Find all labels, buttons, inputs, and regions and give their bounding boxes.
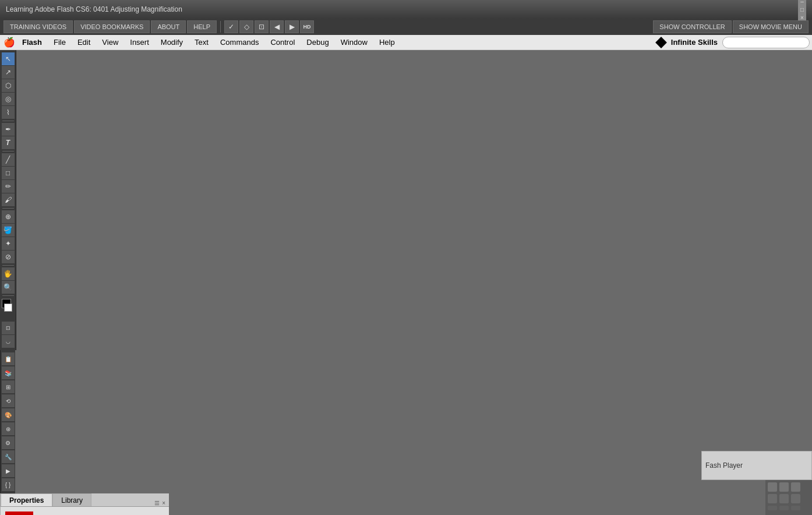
tool-separator-1	[2, 121, 14, 121]
hand-tool[interactable]: 🖐	[2, 267, 15, 280]
panel-close-icon[interactable]: ×	[162, 500, 165, 506]
video-bookmarks-button[interactable]: VIDEO BOOKMARKS	[74, 20, 150, 33]
help-button[interactable]: HELP	[187, 20, 217, 33]
selection-tool[interactable]: ↖	[2, 52, 15, 65]
training-videos-button[interactable]: TRAINING VIDEOS	[3, 20, 73, 33]
nav-separator	[220, 21, 221, 33]
menu-right: Infinite Skills	[657, 37, 810, 48]
pen-tool[interactable]: ✒	[2, 123, 15, 136]
right-panel: Properties Library ☰ × Fl Document Wheel…	[0, 493, 169, 515]
hd-icon[interactable]: HD	[300, 20, 314, 33]
tool-separator-5	[2, 295, 14, 296]
transform-icon-btn[interactable]: ⟲	[2, 394, 15, 407]
diamond-logo-icon	[655, 37, 667, 48]
app-area: ↖ ↗ ⬡ ◎ ⌇ ✒ T ╱ □ ✏ 🖌 ⊕ 🪣 ✦ ⊘ 🖐 🔍 ⊡ ◡	[0, 50, 812, 515]
doc-info: Fl Document Wheels.fla	[1, 507, 169, 515]
fill-color[interactable]	[4, 304, 12, 312]
components-icon-btn[interactable]: ⚙	[2, 436, 15, 449]
gradient-tool[interactable]: ◎	[2, 93, 15, 105]
panel-menu-icon[interactable]: ☰	[154, 500, 160, 506]
app-title: Learning Adobe Flash CS6: 0401 Adjusting…	[6, 5, 182, 13]
debug-icon-btn[interactable]: 🔧	[2, 450, 15, 463]
diamond-icon[interactable]: ◇	[239, 20, 253, 33]
free-transform-tool[interactable]: ⬡	[2, 79, 15, 92]
eraser-tool[interactable]: ⊘	[2, 251, 15, 263]
file-menu[interactable]: File	[48, 35, 72, 50]
color-tools	[2, 299, 15, 318]
library-icon-btn[interactable]: 📚	[2, 366, 15, 379]
panel-controls: ☰ ×	[154, 500, 169, 506]
search-input[interactable]	[722, 37, 810, 48]
align-icon-btn[interactable]: ⊞	[2, 380, 15, 393]
left-toolbar: ↖ ↗ ⬡ ◎ ⌇ ✒ T ╱ □ ✏ 🖌 ⊕ 🪣 ✦ ⊘ 🖐 🔍 ⊡ ◡	[0, 50, 16, 350]
edit-menu[interactable]: Edit	[72, 35, 96, 50]
infinite-skills-logo: Infinite Skills	[657, 38, 718, 47]
brush-tool[interactable]: 🖌	[2, 193, 15, 206]
window-menu[interactable]: Window	[335, 35, 373, 50]
rewind-icon[interactable]: ◀	[270, 20, 284, 33]
check-icon[interactable]: ✓	[224, 20, 238, 33]
props-icon-btn[interactable]: 📋	[2, 352, 15, 365]
pencil-tool[interactable]: ✏	[2, 180, 15, 193]
text-menu[interactable]: Text	[189, 35, 214, 50]
tool-separator-2	[2, 151, 14, 151]
line-tool[interactable]: ╱	[2, 153, 15, 166]
subselection-tool[interactable]: ↗	[2, 66, 15, 79]
panel-icon-strip: 📋 📚 ⊞ ⟲ 🎨 ⊛ ⚙ 🔧 ▶ { }	[0, 350, 15, 493]
zoom-tool[interactable]: 🔍	[2, 281, 15, 294]
screen-icon[interactable]: ⊡	[255, 20, 269, 33]
infinite-skills-label: Infinite Skills	[671, 38, 718, 47]
color-icon-btn[interactable]: 🎨	[2, 408, 15, 421]
insert-menu[interactable]: Insert	[124, 35, 155, 50]
play-icon[interactable]: ▶	[285, 20, 299, 33]
nav-bar: TRAINING VIDEOS VIDEO BOOKMARKS ABOUT HE…	[0, 19, 812, 35]
tab-library[interactable]: Library	[52, 493, 91, 506]
rect-tool[interactable]: □	[2, 167, 15, 179]
menu-bar: 🍎 Flash File Edit View Insert Modify Tex…	[0, 35, 812, 50]
motion-icon-btn[interactable]: ▶	[2, 464, 15, 477]
modify-menu[interactable]: Modify	[155, 35, 189, 50]
eyedropper-tool[interactable]: ✦	[2, 237, 15, 250]
show-controller-button[interactable]: SHOW CONTROLLER	[653, 20, 731, 33]
flash-menu[interactable]: Flash	[16, 38, 48, 47]
smooth-tool[interactable]: ◡	[2, 335, 15, 348]
view-menu[interactable]: View	[96, 35, 124, 50]
help-menu[interactable]: Help	[373, 35, 401, 50]
debug-menu[interactable]: Debug	[301, 35, 334, 50]
apple-menu[interactable]: 🍎	[2, 36, 16, 50]
code-snippets-icon-btn[interactable]: { }	[2, 478, 15, 491]
minimize-button[interactable]: –	[798, 0, 806, 5]
text-tool[interactable]: T	[2, 136, 15, 149]
tab-properties[interactable]: Properties	[1, 493, 52, 506]
bone-tool[interactable]: ⊕	[2, 210, 15, 223]
tool-separator-3	[2, 208, 14, 209]
tool-separator-4	[2, 265, 14, 266]
doc-icon: Fl	[5, 512, 33, 515]
about-button[interactable]: ABOUT	[151, 20, 186, 33]
snap-to-objects[interactable]: ⊡	[2, 322, 15, 334]
show-movie-menu-button[interactable]: SHOW MOVIE MENU	[733, 20, 809, 33]
control-menu[interactable]: Control	[264, 35, 301, 50]
title-bar: Learning Adobe Flash CS6: 0401 Adjusting…	[0, 0, 812, 19]
swatches-icon-btn[interactable]: ⊛	[2, 422, 15, 435]
commands-menu[interactable]: Commands	[214, 35, 264, 50]
lasso-tool[interactable]: ⌇	[2, 106, 15, 119]
paint-bucket-tool[interactable]: 🪣	[2, 224, 15, 237]
window-controls: – □ ×	[798, 0, 806, 22]
nav-right: SHOW CONTROLLER SHOW MOVIE MENU	[653, 20, 809, 33]
prop-lib-tabs: Properties Library ☰ ×	[1, 493, 169, 507]
maximize-button[interactable]: □	[798, 5, 806, 13]
